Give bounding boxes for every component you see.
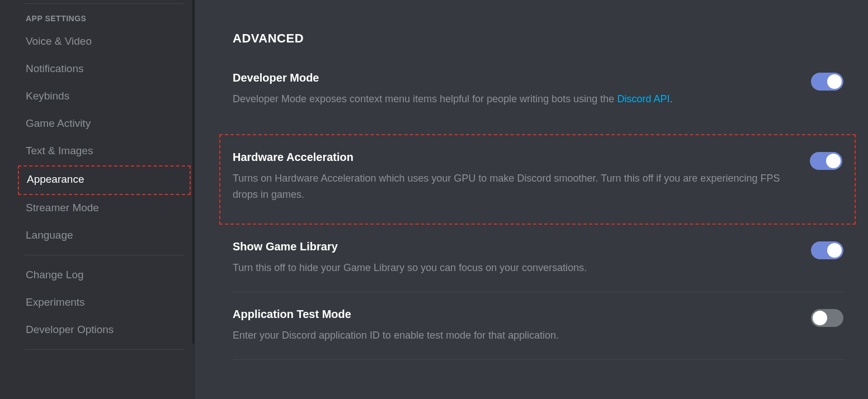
setting-divider: [233, 292, 843, 292]
sidebar-item-label: Voice & Video: [26, 35, 92, 47]
sidebar-item-game-activity[interactable]: Game Activity: [25, 111, 190, 136]
setting-title: Developer Mode: [233, 72, 789, 84]
setting-description: Turns on Hardware Acceleration which use…: [233, 170, 787, 203]
sidebar-item-experiments[interactable]: Experiments: [25, 289, 190, 315]
toggle-knob: [813, 311, 827, 325]
sidebar-item-label: Experiments: [26, 296, 85, 308]
sidebar-item-label: Language: [26, 229, 73, 241]
sidebar-item-keybinds[interactable]: Keybinds: [25, 83, 190, 109]
setting-divider: [233, 359, 843, 360]
sidebar-item-change-log[interactable]: Change Log: [25, 262, 190, 288]
highlight-box-sidebar: Appearance: [18, 165, 191, 195]
sidebar-divider: [25, 255, 184, 255]
sidebar-item-label: Developer Options: [26, 324, 114, 335]
sidebar-item-notifications[interactable]: Notifications: [25, 56, 190, 82]
sidebar-item-label: Text & Images: [26, 145, 93, 156]
highlight-box-main: Hardware Acceleration Turns on Hardware …: [219, 134, 856, 225]
sidebar-item-appearance[interactable]: Appearance: [26, 167, 190, 192]
setting-application-test-mode: Application Test Mode Enter your Discord…: [233, 308, 843, 359]
sidebar-item-label: Appearance: [27, 173, 84, 185]
setting-content: Show Game Library Turn this off to hide …: [233, 240, 811, 276]
sidebar-section-header: APP SETTINGS: [25, 14, 190, 28]
setting-content: Application Test Mode Enter your Discord…: [233, 308, 811, 344]
setting-title: Show Game Library: [233, 240, 789, 253]
toggle-show-game-library[interactable]: [811, 241, 843, 259]
sidebar-item-label: Change Log: [26, 269, 84, 281]
discord-api-link[interactable]: Discord API: [617, 93, 669, 104]
sidebar-item-label: Game Activity: [26, 117, 91, 129]
setting-title: Application Test Mode: [233, 308, 789, 321]
sidebar-item-label: Streamer Mode: [26, 202, 99, 213]
setting-description: Turn this off to hide your Game Library …: [233, 260, 789, 276]
toggle-hardware-acceleration[interactable]: [810, 152, 842, 170]
main-content: ADVANCED Developer Mode Developer Mode e…: [195, 0, 868, 399]
setting-description: Developer Mode exposes context menu item…: [233, 91, 789, 107]
setting-hardware-acceleration: Hardware Acceleration Turns on Hardware …: [233, 151, 842, 224]
setting-description: Enter your Discord application ID to ena…: [233, 327, 789, 344]
setting-show-game-library: Show Game Library Turn this off to hide …: [233, 240, 843, 292]
sidebar: APP SETTINGS Voice & Video Notifications…: [0, 0, 195, 399]
sidebar-item-streamer-mode[interactable]: Streamer Mode: [25, 195, 190, 221]
sidebar-divider: [25, 349, 184, 350]
sidebar-item-voice-video[interactable]: Voice & Video: [25, 28, 190, 54]
page-title: ADVANCED: [233, 31, 843, 46]
toggle-application-test-mode[interactable]: [811, 309, 843, 327]
toggle-developer-mode[interactable]: [811, 73, 843, 91]
sidebar-item-developer-options[interactable]: Developer Options: [25, 317, 190, 343]
sidebar-item-language[interactable]: Language: [25, 222, 190, 248]
setting-developer-mode: Developer Mode Developer Mode exposes co…: [233, 72, 843, 123]
sidebar-item-text-images[interactable]: Text & Images: [25, 138, 190, 164]
toggle-knob: [827, 74, 842, 89]
setting-content: Developer Mode Developer Mode exposes co…: [233, 72, 811, 107]
toggle-knob: [827, 243, 842, 258]
toggle-knob: [826, 154, 841, 168]
sidebar-item-label: Keybinds: [26, 90, 69, 102]
setting-content: Hardware Acceleration Turns on Hardware …: [233, 151, 810, 203]
sidebar-item-label: Notifications: [26, 63, 84, 74]
setting-title: Hardware Acceleration: [233, 151, 787, 164]
sidebar-divider: [25, 3, 184, 4]
